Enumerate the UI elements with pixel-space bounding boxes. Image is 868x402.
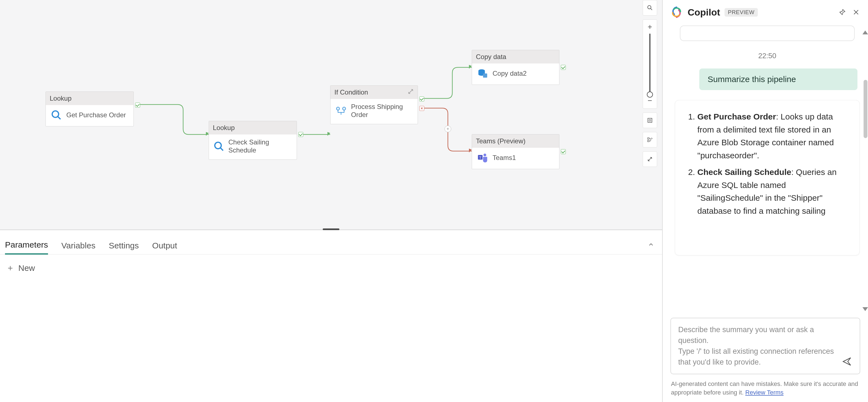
panel-resize-handle[interactable] xyxy=(0,230,662,233)
review-terms-link[interactable]: Review Terms xyxy=(745,389,784,396)
copilot-conversation[interactable]: 22:50 Summarize this pipeline Get Purcha… xyxy=(663,24,868,313)
svg-rect-17 xyxy=(648,119,652,123)
pipeline-canvas[interactable]: Lookup Get Purchase Order Lookup Check S… xyxy=(0,0,662,230)
svg-rect-19 xyxy=(648,138,649,139)
zoom-slider[interactable] xyxy=(649,34,650,95)
status-success-icon xyxy=(419,97,424,101)
new-parameter-button[interactable]: ＋ New xyxy=(6,262,35,274)
svg-point-4 xyxy=(52,111,59,117)
send-button[interactable] xyxy=(842,357,854,369)
lookup-icon xyxy=(50,109,62,121)
status-success-icon xyxy=(298,132,303,137)
tab-output[interactable]: Output xyxy=(152,241,177,254)
zoom-out-button[interactable]: − xyxy=(648,96,652,106)
pin-icon[interactable] xyxy=(837,7,847,17)
lookup-icon xyxy=(213,140,224,153)
node-label: Check Sailing Schedule xyxy=(228,138,292,155)
add-branch-button[interactable]: + xyxy=(444,126,451,132)
canvas-toolbar: + − xyxy=(643,0,657,167)
status-success-icon xyxy=(135,103,140,107)
svg-point-14 xyxy=(484,154,486,156)
svg-rect-11 xyxy=(483,73,487,78)
copilot-header: Copilot PREVIEW xyxy=(663,0,868,24)
fullscreen-button[interactable] xyxy=(643,152,657,167)
properties-tabs: Parameters Variables Settings Output xyxy=(0,233,662,255)
user-message: Summarize this pipeline xyxy=(699,68,858,90)
input-placeholder: Describe the summary you want or ask a q… xyxy=(678,324,840,368)
node-get-purchase-order[interactable]: Lookup Get Purchase Order xyxy=(45,92,134,126)
svg-marker-3 xyxy=(469,148,472,153)
condition-icon xyxy=(335,105,347,117)
new-label: New xyxy=(18,263,35,273)
svg-point-15 xyxy=(648,5,651,9)
status-success-icon xyxy=(561,149,566,154)
plus-icon: ＋ xyxy=(6,262,14,274)
preview-badge: PREVIEW xyxy=(724,8,758,16)
ai-disclaimer: AI-generated content can have mistakes. … xyxy=(663,378,868,402)
svg-line-5 xyxy=(58,116,61,119)
svg-point-9 xyxy=(343,107,346,110)
tab-settings[interactable]: Settings xyxy=(109,241,139,254)
copilot-input[interactable]: Describe the summary you want or ask a q… xyxy=(671,318,860,374)
properties-panel: Parameters Variables Settings Output ＋ N… xyxy=(0,230,662,402)
status-success-icon xyxy=(561,65,566,70)
main-column: Lookup Get Purchase Order Lookup Check S… xyxy=(0,0,663,402)
svg-marker-2 xyxy=(469,65,472,69)
auto-align-button[interactable] xyxy=(643,132,657,147)
response-item-1: Get Purchase Order: Looks up data from a… xyxy=(698,110,847,162)
message-timestamp: 22:50 xyxy=(675,52,860,60)
svg-point-6 xyxy=(215,142,221,148)
node-type-label: Copy data xyxy=(476,53,506,61)
zoom-control[interactable]: + − xyxy=(643,20,657,109)
node-type-label: Lookup xyxy=(50,95,71,102)
node-label: Get Purchase Order xyxy=(66,111,126,119)
expand-icon[interactable] xyxy=(408,89,414,96)
svg-rect-18 xyxy=(649,120,651,121)
svg-text:T: T xyxy=(479,155,482,159)
node-process-shipping-order[interactable]: If Condition Process Shipping xyxy=(330,86,418,124)
node-type-label: Teams (Preview) xyxy=(476,137,526,145)
copilot-title: Copilot xyxy=(688,7,720,18)
tab-parameters[interactable]: Parameters xyxy=(5,240,48,255)
copilot-response: Get Purchase Order: Looks up data from a… xyxy=(675,100,860,255)
svg-point-8 xyxy=(337,107,340,110)
node-label: Process Shipping Order xyxy=(351,103,413,119)
collapse-panel-button[interactable] xyxy=(648,241,654,249)
copy-data-icon xyxy=(476,67,489,79)
search-button[interactable] xyxy=(643,0,657,15)
status-fail-icon xyxy=(419,106,424,111)
teams-icon: T xyxy=(476,152,489,164)
node-label: Copy data2 xyxy=(493,70,527,78)
svg-marker-1 xyxy=(328,132,330,136)
zoom-in-button[interactable]: + xyxy=(648,23,652,32)
node-type-label: Lookup xyxy=(213,124,235,132)
scroll-up-indicator[interactable] xyxy=(863,31,868,34)
node-label: Teams1 xyxy=(493,154,516,162)
svg-marker-0 xyxy=(206,132,209,136)
tab-variables[interactable]: Variables xyxy=(61,241,95,254)
svg-line-16 xyxy=(651,9,652,10)
node-check-sailing-schedule[interactable]: Lookup Check Sailing Schedule xyxy=(209,121,297,160)
scroll-down-indicator[interactable] xyxy=(863,307,868,311)
copilot-panel: Copilot PREVIEW 22:50 Summarize this pip… xyxy=(663,0,868,402)
svg-line-7 xyxy=(220,148,223,150)
copilot-logo-icon xyxy=(670,5,683,19)
fit-to-screen-button[interactable] xyxy=(643,112,657,128)
scrollbar-thumb[interactable] xyxy=(864,80,867,138)
response-item-2: Check Sailing Schedule: Queries an Azure… xyxy=(698,166,847,217)
node-copy-data2[interactable]: Copy data Copy data2 xyxy=(472,50,559,85)
node-teams1[interactable]: Teams (Preview) T Teams1 xyxy=(472,134,559,169)
close-icon[interactable] xyxy=(851,7,861,17)
node-type-label: If Condition xyxy=(334,89,368,96)
zoom-handle[interactable] xyxy=(647,92,653,98)
svg-rect-20 xyxy=(648,140,649,142)
previous-message-card xyxy=(680,26,855,41)
